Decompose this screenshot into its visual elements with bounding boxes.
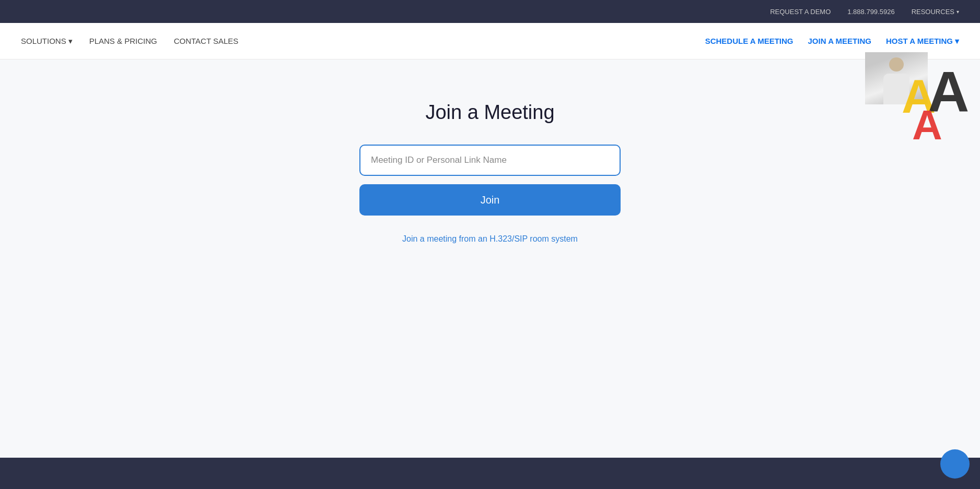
host-meeting-label: HOST A MEETING bbox=[886, 37, 953, 45]
contact-sales-link[interactable]: CONTACT SALES bbox=[174, 37, 239, 45]
schedule-meeting-link[interactable]: SCHEDULE A MEETING bbox=[705, 37, 794, 45]
main-content: Join a Meeting Join Join a meeting from … bbox=[0, 59, 980, 458]
main-nav: SOLUTIONS ▾ PLANS & PRICING CONTACT SALE… bbox=[0, 23, 980, 59]
top-bar: REQUEST A DEMO 1.888.799.5926 RESOURCES … bbox=[0, 0, 980, 23]
join-button[interactable]: Join bbox=[359, 184, 621, 216]
join-meeting-link[interactable]: JOIN A MEETING bbox=[808, 37, 871, 45]
sip-room-link[interactable]: Join a meeting from an H.323/SIP room sy… bbox=[402, 234, 578, 244]
nav-right: SCHEDULE A MEETING JOIN A MEETING HOST A… bbox=[705, 37, 959, 46]
chat-bubble-button[interactable] bbox=[940, 449, 970, 479]
join-form: Join bbox=[359, 145, 621, 216]
phone-number[interactable]: 1.888.799.5926 bbox=[847, 8, 894, 16]
host-meeting-menu[interactable]: HOST A MEETING ▾ bbox=[886, 37, 959, 46]
plans-pricing-link[interactable]: PLANS & PRICING bbox=[89, 37, 157, 45]
resources-chevron-icon: ▾ bbox=[956, 9, 959, 15]
nav-left: SOLUTIONS ▾ PLANS & PRICING CONTACT SALE… bbox=[21, 37, 238, 46]
host-meeting-chevron-icon: ▾ bbox=[955, 37, 959, 46]
resources-menu[interactable]: RESOURCES ▾ bbox=[912, 8, 959, 16]
solutions-menu[interactable]: SOLUTIONS ▾ bbox=[21, 37, 73, 46]
solutions-label: SOLUTIONS bbox=[21, 37, 66, 45]
resources-label: RESOURCES bbox=[912, 8, 954, 16]
request-demo-link[interactable]: REQUEST A DEMO bbox=[770, 8, 831, 16]
footer bbox=[0, 458, 980, 489]
meeting-id-input[interactable] bbox=[359, 145, 621, 176]
page-title: Join a Meeting bbox=[425, 101, 554, 124]
solutions-chevron-icon: ▾ bbox=[68, 37, 73, 46]
